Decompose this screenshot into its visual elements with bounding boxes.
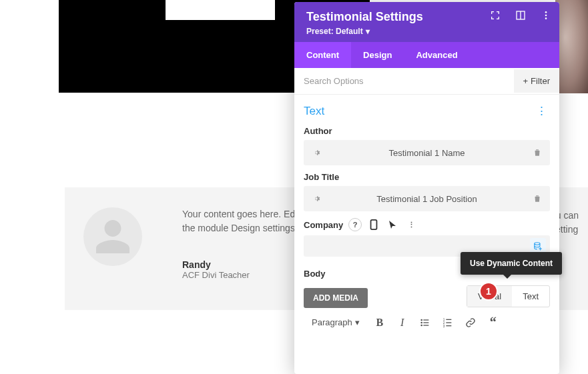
field-menu-icon[interactable]: ⋮ [404, 218, 418, 231]
section-text[interactable]: Text ⋮ [304, 104, 550, 118]
svg-rect-20 [446, 325, 451, 326]
job-dynamic-row: Testimonial 1 Job Position [304, 186, 550, 211]
trash-icon [533, 194, 542, 203]
panel-body: Text ⋮ Author Testimonial 1 Name Job Tit… [294, 95, 559, 374]
more-icon[interactable] [541, 10, 551, 21]
author-value[interactable]: Testimonial 1 Name [329, 140, 525, 165]
link-icon [465, 317, 476, 328]
snap-icon[interactable] [490, 10, 501, 21]
svg-rect-5 [371, 220, 377, 229]
svg-point-2 [545, 11, 547, 13]
panel-header: Testimonial Settings Preset: Default ▾ [294, 2, 559, 42]
background-photo-peek [555, 0, 588, 93]
filter-button[interactable]: + Filter [514, 69, 559, 93]
bullet-list-icon [420, 317, 430, 328]
job-clear-button[interactable] [525, 186, 550, 211]
format-select[interactable]: Paragraph ▾ [308, 315, 364, 330]
chevron-down-icon: ▾ [355, 317, 360, 327]
svg-point-13 [420, 324, 422, 326]
section-menu-icon[interactable]: ⋮ [533, 104, 550, 118]
label-author: Author [304, 126, 550, 136]
person-icon [93, 217, 133, 257]
editor-toolbar: Paragraph ▾ B I 123 “ [304, 308, 550, 330]
layout-icon[interactable] [515, 10, 526, 21]
author-settings-button[interactable] [304, 140, 329, 165]
help-icon[interactable]: ? [348, 218, 362, 231]
search-input[interactable] [294, 68, 514, 94]
add-media-button[interactable]: ADD MEDIA [304, 288, 368, 308]
search-row: + Filter [294, 68, 559, 95]
label-company: Company ? ⋮ [304, 218, 550, 231]
hover-icon[interactable] [386, 218, 399, 231]
background-card [166, 0, 275, 20]
dynamic-content-icon [533, 241, 543, 251]
svg-text:3: 3 [443, 324, 445, 327]
tooltip: Use Dynamic Content [461, 252, 562, 275]
author-clear-button[interactable] [525, 140, 550, 165]
panel-preset[interactable]: Preset: Default ▾ [306, 27, 370, 36]
svg-rect-10 [423, 319, 428, 320]
trash-icon [533, 148, 542, 157]
svg-rect-14 [423, 325, 428, 325]
chevron-down-icon: ▾ [366, 27, 370, 36]
job-settings-button[interactable] [304, 186, 329, 211]
svg-rect-12 [423, 322, 428, 323]
quote-button[interactable]: “ [487, 316, 500, 329]
numbered-list-button[interactable]: 123 [441, 316, 455, 329]
job-value[interactable]: Testimonial 1 Job Position [329, 186, 525, 211]
label-job-title: Job Title [304, 172, 550, 182]
gear-icon [312, 148, 321, 157]
settings-panel: Testimonial Settings Preset: Default ▾ C… [294, 2, 559, 374]
bullet-list-button[interactable] [418, 316, 432, 329]
svg-rect-16 [446, 319, 451, 319]
avatar-placeholder [83, 207, 142, 266]
italic-button[interactable]: I [396, 316, 409, 329]
tab-content[interactable]: Content [294, 42, 351, 68]
svg-rect-18 [446, 322, 451, 323]
phone-icon[interactable] [367, 218, 380, 231]
callout-1: 1 [479, 282, 498, 301]
author-dynamic-row: Testimonial 1 Name [304, 140, 550, 165]
numbered-list-icon: 123 [443, 317, 453, 328]
link-button[interactable] [464, 316, 477, 329]
svg-point-6 [535, 243, 540, 245]
tab-advanced[interactable]: Advanced [404, 42, 469, 68]
tab-design[interactable]: Design [351, 42, 404, 68]
tooltip-text: Use Dynamic Content [461, 252, 562, 275]
svg-point-4 [545, 17, 547, 19]
gear-icon [312, 194, 321, 203]
svg-point-3 [545, 15, 547, 17]
bold-button[interactable]: B [373, 316, 386, 329]
panel-tabs: Content Design Advanced [294, 42, 559, 68]
text-tab[interactable]: Text [512, 286, 549, 307]
plus-icon: + [523, 76, 529, 86]
svg-point-11 [420, 321, 422, 323]
svg-point-9 [420, 319, 422, 321]
